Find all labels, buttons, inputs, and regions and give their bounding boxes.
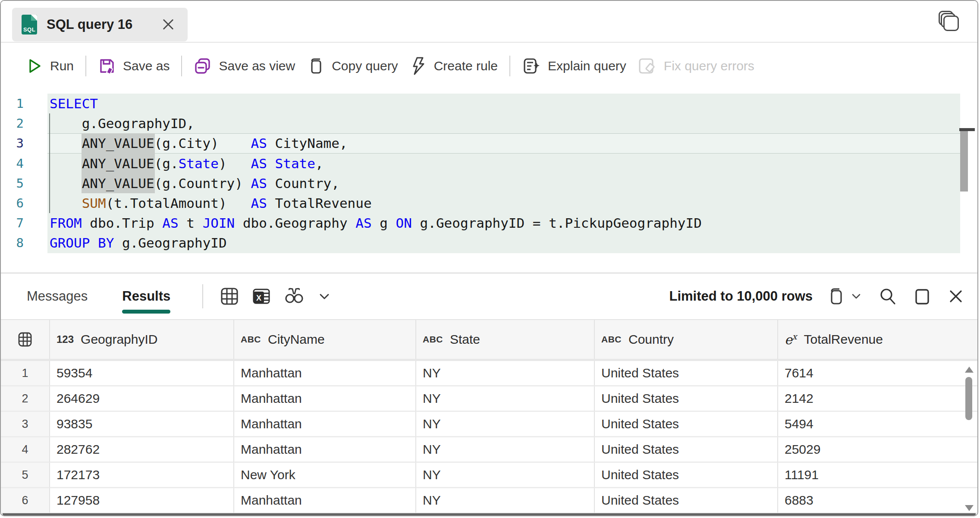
sql-code-editor[interactable]: 12345678 SELECT g.GeographyID, ANY_VALUE… <box>1 89 977 273</box>
row-number[interactable]: 2 <box>1 386 49 412</box>
grid-cell[interactable]: 93835 <box>49 412 233 437</box>
scroll-down-icon[interactable] <box>965 505 974 511</box>
grid-cell[interactable]: 11191 <box>777 463 977 488</box>
line-number[interactable]: 7 <box>1 213 24 233</box>
column-type-icon: 123 <box>57 333 74 345</box>
stacked-copies-icon[interactable] <box>939 11 960 32</box>
grid-cell[interactable]: NY <box>415 361 594 386</box>
column-label: CityName <box>268 332 325 347</box>
chevron-down-icon[interactable] <box>851 291 862 302</box>
grid-cell[interactable]: 264629 <box>49 386 233 412</box>
line-number[interactable]: 6 <box>1 193 24 213</box>
grid-cell[interactable]: United States <box>594 412 777 437</box>
grid-cell[interactable]: Manhattan <box>233 361 415 386</box>
code-line[interactable]: g.GeographyID, <box>50 113 702 133</box>
row-number[interactable]: 1 <box>1 361 49 386</box>
scroll-up-icon[interactable] <box>965 367 974 373</box>
grid-cell[interactable]: NY <box>415 412 594 437</box>
line-number[interactable]: 8 <box>1 233 24 253</box>
maximize-icon[interactable] <box>914 287 931 306</box>
code-line[interactable]: SELECT <box>50 94 702 113</box>
grid-cell[interactable]: Manhattan <box>233 488 415 514</box>
grid-cell[interactable]: Manhattan <box>233 386 415 412</box>
grid-cell[interactable]: United States <box>594 488 777 514</box>
inspect-icon[interactable] <box>283 286 305 306</box>
grid-scrollbar[interactable] <box>963 364 976 514</box>
column-header[interactable]: exTotalRevenue <box>777 320 977 359</box>
tab-results[interactable]: Results <box>122 273 170 319</box>
row-number[interactable]: 3 <box>1 412 49 437</box>
tab-sql-query[interactable]: SQL SQL query 16 <box>12 8 188 41</box>
tab-title: SQL query 16 <box>47 17 132 32</box>
tab-close-icon[interactable] <box>162 18 175 31</box>
run-button[interactable]: Run <box>26 57 74 75</box>
explain-query-button[interactable]: Explain query <box>522 57 626 75</box>
column-header[interactable]: ABCCityName <box>233 320 415 359</box>
editor-scrollbar-thumb[interactable] <box>960 131 968 192</box>
code-line[interactable]: FROM dbo.Trip AS t JOIN dbo.Geography AS… <box>50 213 702 233</box>
save-icon <box>98 57 116 75</box>
tab-messages[interactable]: Messages <box>27 273 88 319</box>
query-editor-window: SQL SQL query 16 Run Save as <box>0 0 978 516</box>
window-bottom-edge <box>3 513 976 515</box>
grid-cell[interactable]: 25029 <box>777 437 977 463</box>
grid-scrollbar-thumb[interactable] <box>965 377 972 420</box>
code-line[interactable]: SUM(t.TotalAmount) AS TotalRevenue <box>50 193 702 213</box>
export-excel-icon[interactable]: X <box>251 286 271 306</box>
grid-cell[interactable]: NY <box>415 463 594 488</box>
table-row: 2264629ManhattanNYUnited States2142 <box>1 386 977 412</box>
grid-cell[interactable]: 2142 <box>777 386 977 412</box>
code-line[interactable]: GROUP BY g.GeographyID <box>50 233 702 253</box>
line-number[interactable]: 2 <box>1 113 24 133</box>
row-number[interactable]: 6 <box>1 488 49 514</box>
grid-cell[interactable]: 7614 <box>777 361 977 386</box>
grid-cell[interactable]: 282762 <box>49 437 233 463</box>
column-header[interactable]: ABCState <box>415 320 594 359</box>
copy-query-button[interactable]: Copy query <box>307 57 398 75</box>
code-line[interactable]: ANY_VALUE(g.City) AS CityName, <box>50 133 702 153</box>
search-icon[interactable] <box>878 287 897 306</box>
grid-cell[interactable]: United States <box>594 386 777 412</box>
column-header[interactable]: 123GeographyID <box>49 320 233 359</box>
grid-cell[interactable]: NY <box>415 386 594 412</box>
table-view-icon[interactable] <box>220 286 239 306</box>
line-number[interactable]: 1 <box>1 94 24 113</box>
grid-cell[interactable]: 127958 <box>49 488 233 514</box>
save-as-view-button[interactable]: Save as view <box>194 57 295 75</box>
line-number-gutter[interactable]: 12345678 <box>1 94 24 253</box>
line-number[interactable]: 4 <box>1 154 24 173</box>
svg-text:X: X <box>256 294 261 302</box>
column-label: State <box>450 332 480 347</box>
grid-cell[interactable]: 6883 <box>777 488 977 514</box>
code-line[interactable]: ANY_VALUE(g.State) AS State, <box>50 154 702 173</box>
line-number[interactable]: 3 <box>1 133 24 153</box>
grid-cell[interactable]: United States <box>594 463 777 488</box>
grid-cell[interactable]: NY <box>415 488 594 514</box>
toolbar-separator <box>181 56 182 76</box>
grid-cell[interactable]: NY <box>415 437 594 463</box>
copy-results-icon[interactable] <box>827 286 846 306</box>
grid-cell[interactable]: United States <box>594 361 777 386</box>
chevron-down-icon[interactable] <box>317 289 332 304</box>
row-number[interactable]: 5 <box>1 463 49 488</box>
fix-query-errors-button[interactable]: Fix query errors <box>638 57 754 75</box>
grid-cell[interactable]: New York <box>233 463 415 488</box>
grid-cell[interactable]: United States <box>594 437 777 463</box>
toolbar-separator <box>85 56 86 76</box>
code-content[interactable]: SELECT g.GeographyID, ANY_VALUE(g.City) … <box>50 94 702 253</box>
grid-cell[interactable]: 5494 <box>777 412 977 437</box>
grid-cell[interactable]: 59354 <box>49 361 233 386</box>
table-row: 5172173New YorkNYUnited States11191 <box>1 463 977 488</box>
close-icon[interactable] <box>947 288 964 305</box>
column-type-icon: ex <box>785 332 797 347</box>
grid-cell[interactable]: 172173 <box>49 463 233 488</box>
grid-cell[interactable]: Manhattan <box>233 437 415 463</box>
row-number[interactable]: 4 <box>1 437 49 463</box>
code-line[interactable]: ANY_VALUE(g.Country) AS Country, <box>50 173 702 193</box>
save-as-button[interactable]: Save as <box>98 57 170 75</box>
grid-cell[interactable]: Manhattan <box>233 412 415 437</box>
grid-corner-header[interactable] <box>1 320 49 359</box>
create-rule-button[interactable]: Create rule <box>410 57 498 75</box>
line-number[interactable]: 5 <box>1 173 24 193</box>
column-header[interactable]: ABCCountry <box>594 320 777 359</box>
